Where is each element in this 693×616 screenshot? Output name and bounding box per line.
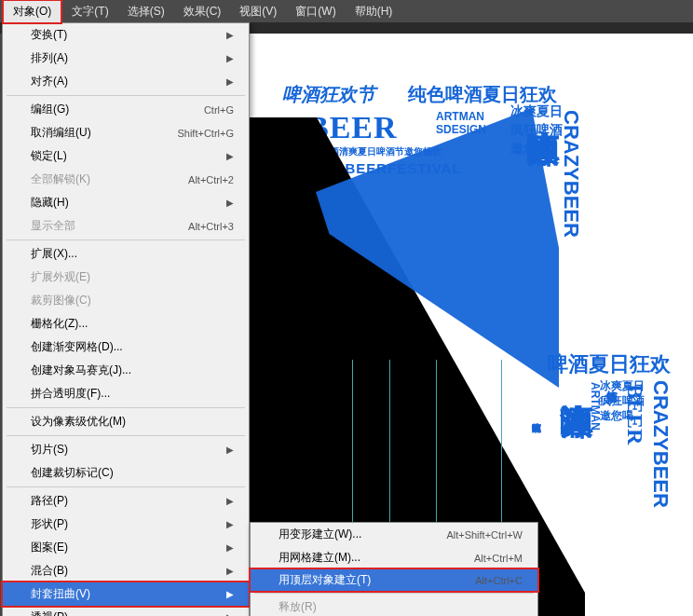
menubar: 对象(O) 文字(T) 选择(S) 效果(C) 视图(V) 窗口(W) 帮助(H… — [0, 0, 693, 22]
chevron-right-icon: ▶ — [226, 76, 234, 87]
separator — [7, 95, 245, 96]
menu-object[interactable]: 对象(O) — [2, 0, 62, 24]
submenu-make-warp[interactable]: 用变形建立(W)...Alt+Shift+Ctrl+W — [251, 523, 537, 546]
object-menu: 变换(T)▶ 排列(A)▶ 对齐(A)▶ 编组(G)Ctrl+G 取消编组(U)… — [2, 22, 250, 616]
menu-align[interactable]: 对齐(A)▶ — [3, 70, 249, 93]
art-text: CRAZYBEER — [559, 110, 583, 238]
separator — [7, 240, 245, 240]
menu-hide[interactable]: 隐藏(H)▶ — [3, 191, 249, 214]
menu-envelope-distort[interactable]: 封套扭曲(V)▶ — [1, 581, 251, 608]
separator — [254, 593, 534, 594]
menu-lock[interactable]: 锁定(L)▶ — [3, 144, 249, 168]
chevron-right-icon: ▶ — [226, 445, 234, 455]
menu-crop-image: 裁剪图像(C) — [3, 289, 249, 312]
separator — [7, 435, 245, 436]
chevron-right-icon: ▶ — [226, 519, 234, 529]
menu-pattern[interactable]: 图案(E)▶ — [3, 536, 249, 559]
menu-transform[interactable]: 变换(T)▶ — [3, 23, 249, 47]
menu-select[interactable]: 选择(S) — [118, 1, 174, 22]
art-text: 啤酒夏日狂欢 — [548, 350, 671, 378]
menu-slice[interactable]: 切片(S)▶ — [3, 438, 249, 461]
chevron-right-icon: ▶ — [226, 30, 234, 40]
menu-gradient-mesh[interactable]: 创建渐变网格(D)... — [3, 335, 249, 359]
menu-rasterize[interactable]: 栅格化(Z)... — [3, 312, 249, 335]
menu-path[interactable]: 路径(P)▶ — [3, 489, 249, 513]
menu-show-all: 显示全部Alt+Ctrl+3 — [3, 214, 249, 238]
chevron-right-icon: ▶ — [226, 542, 234, 553]
menu-unlock-all: 全部解锁(K)Alt+Ctrl+2 — [3, 168, 249, 191]
separator — [7, 486, 245, 487]
art-text: ARTMAN — [436, 110, 484, 123]
menu-view[interactable]: 视图(V) — [230, 1, 286, 22]
separator — [7, 407, 245, 408]
envelope-submenu: 用变形建立(W)...Alt+Shift+Ctrl+W 用网格建立(M)...A… — [250, 522, 538, 616]
menu-ungroup[interactable]: 取消编组(U)Shift+Ctrl+G — [3, 121, 249, 144]
menu-mosaic[interactable]: 创建对象马赛克(J)... — [3, 359, 249, 382]
submenu-make-mesh[interactable]: 用网格建立(M)...Alt+Ctrl+M — [251, 546, 537, 569]
menu-expand[interactable]: 扩展(X)... — [3, 242, 249, 266]
menu-window[interactable]: 窗口(W) — [286, 1, 345, 22]
menu-effect[interactable]: 效果(C) — [174, 1, 231, 22]
chevron-right-icon: ▶ — [226, 53, 234, 63]
menu-flatten[interactable]: 拼合透明度(F)... — [3, 382, 249, 405]
menu-help[interactable]: 帮助(H) — [346, 1, 402, 22]
art-text: CRAZYBEER — [648, 380, 673, 508]
chevron-right-icon: ▶ — [226, 612, 234, 616]
menu-blend[interactable]: 混合(B)▶ — [3, 559, 249, 582]
art-text: BEER — [622, 384, 647, 445]
art-text: ARTMAN — [589, 382, 602, 431]
art-text: 啤酒狂欢节 — [282, 82, 375, 107]
menu-expand-appear: 扩展外观(E) — [3, 266, 249, 289]
chevron-right-icon: ▶ — [226, 589, 234, 599]
chevron-right-icon: ▶ — [226, 151, 234, 161]
menu-type[interactable]: 文字(T) — [62, 1, 117, 22]
chevron-right-icon: ▶ — [226, 198, 234, 208]
menu-shape[interactable]: 形状(P)▶ — [3, 513, 249, 536]
menu-pixel-opt[interactable]: 设为像素级优化(M) — [3, 410, 249, 433]
chevron-right-icon: ▶ — [226, 566, 234, 576]
submenu-make-top-object[interactable]: 用顶层对象建立(T)Alt+Ctrl+C — [249, 568, 539, 593]
menu-perspective[interactable]: 透视(P)▶ — [3, 606, 249, 616]
menu-arrange[interactable]: 排列(A)▶ — [3, 47, 249, 70]
chevron-right-icon: ▶ — [226, 496, 234, 506]
submenu-release: 释放(R) — [251, 595, 537, 616]
menu-crop-marks[interactable]: 创建裁切标记(C) — [3, 461, 249, 485]
menu-group[interactable]: 编组(G)Ctrl+G — [3, 98, 249, 121]
